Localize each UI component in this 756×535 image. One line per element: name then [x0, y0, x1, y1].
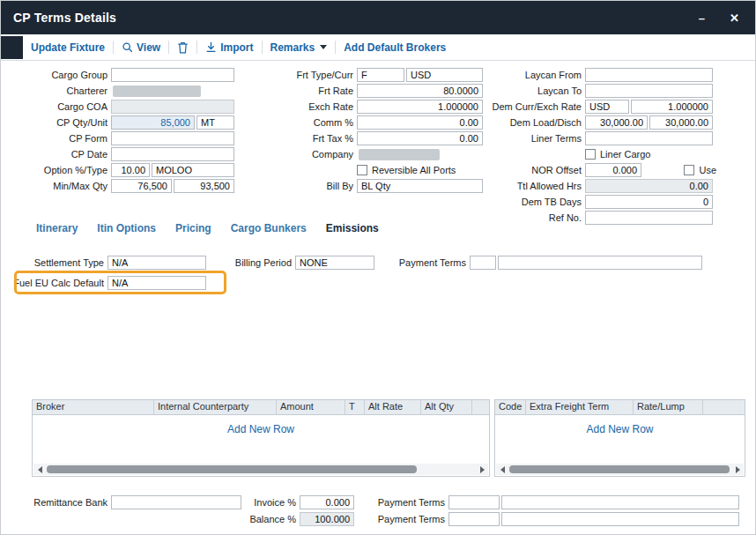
- column-header-alt-qty[interactable]: Alt Qty: [421, 400, 472, 414]
- nor-offset-field[interactable]: 0.000: [585, 163, 641, 177]
- invoice-pct-field[interactable]: 0.000: [300, 495, 354, 509]
- option-pct-field[interactable]: 10.00: [111, 163, 150, 177]
- ttl-allowed-label: Ttl Allowed Hrs: [478, 181, 585, 191]
- company-field-redacted[interactable]: [359, 149, 440, 160]
- tab-pricing[interactable]: Pricing: [175, 222, 211, 234]
- use-label: Use: [699, 165, 716, 175]
- tab-bar: Itinerary Itin Options Pricing Cargo Bun…: [36, 222, 379, 234]
- column-header-internal-counterparty[interactable]: Internal Counterparty: [154, 400, 277, 414]
- liner-terms-field[interactable]: [585, 131, 713, 145]
- minmax-row: Min/Max Qty 76,500 93,500: [8, 178, 234, 194]
- column-header-broker[interactable]: Broker: [33, 400, 154, 414]
- tab-emissions[interactable]: Emissions: [326, 222, 379, 234]
- dem-disch-field[interactable]: 30,000.00: [649, 115, 713, 130]
- brokers-add-new-row-link[interactable]: Add New Row: [33, 423, 489, 435]
- dem-curr-field[interactable]: USD: [585, 100, 629, 114]
- tab-itin-options[interactable]: Itin Options: [97, 222, 156, 234]
- titlebar: CP Terms Details – ✕: [1, 1, 755, 34]
- payment-terms-code-field[interactable]: [470, 256, 496, 270]
- form-column-right: Laycan From Laycan To Dem Curr/Exch Rate…: [478, 67, 716, 226]
- brokers-hscrollbar[interactable]: [33, 464, 488, 475]
- tab-cargo-bunkers[interactable]: Cargo Bunkers: [231, 222, 307, 234]
- column-header-filler: [703, 400, 745, 414]
- frt-type-field[interactable]: F: [357, 68, 404, 82]
- footer-payment-terms-code-field-1[interactable]: [448, 495, 500, 509]
- remittance-bank-label: Remittance Bank: [8, 497, 111, 508]
- remittance-bank-field[interactable]: [111, 495, 241, 509]
- dem-exch-rate-field[interactable]: 1.000000: [631, 100, 713, 114]
- toolbar-separator: [196, 41, 197, 54]
- add-default-brokers-button[interactable]: Add Default Brokers: [344, 41, 446, 54]
- dem-tb-days-field[interactable]: 0: [585, 195, 713, 209]
- option-type-field[interactable]: MOLOO: [152, 163, 234, 177]
- liner-cargo-checkbox[interactable]: [585, 149, 596, 160]
- scrollbar-thumb[interactable]: [47, 465, 417, 473]
- bill-by-field[interactable]: BL Qty: [357, 179, 483, 193]
- scroll-right-arrow[interactable]: [476, 464, 488, 475]
- dem-load-field[interactable]: 30,000.00: [585, 115, 648, 130]
- frt-type-label: Frt Type/Curr: [283, 70, 357, 80]
- payment-terms-desc-field[interactable]: [498, 256, 702, 270]
- cp-date-field[interactable]: [111, 147, 234, 161]
- remarks-dropdown-button[interactable]: Remarks: [271, 41, 328, 54]
- option-label: Option %/Type: [8, 165, 111, 175]
- min-qty-field[interactable]: 76,500: [111, 179, 172, 193]
- cp-form-label: CP Form: [8, 133, 111, 144]
- scroll-left-arrow[interactable]: [33, 464, 46, 475]
- footer-payment-terms-code-field-2[interactable]: [448, 512, 500, 526]
- scroll-right-arrow[interactable]: [731, 464, 744, 475]
- reversible-all-ports-checkbox[interactable]: [357, 165, 367, 175]
- cargo-coa-field[interactable]: [111, 100, 234, 114]
- column-header-amount[interactable]: Amount: [277, 400, 345, 414]
- cargo-group-field[interactable]: [111, 68, 234, 82]
- footer-payment-terms-label-1: Payment Terms: [360, 497, 448, 508]
- scrollbar-thumb[interactable]: [509, 465, 730, 473]
- footer-payment-terms-desc-field-2[interactable]: [501, 512, 739, 526]
- exch-rate-field[interactable]: 1.000000: [357, 100, 483, 114]
- minimize-button[interactable]: –: [699, 12, 705, 24]
- add-default-brokers-label: Add Default Brokers: [344, 41, 446, 54]
- charterer-field-redacted[interactable]: [113, 85, 201, 97]
- cp-qty-label: CP Qty/Unit: [8, 117, 111, 128]
- cp-terms-details-dialog: CP Terms Details – ✕ Update Fixture View…: [0, 0, 756, 535]
- update-fixture-button[interactable]: Update Fixture: [31, 41, 105, 54]
- frt-tax-field[interactable]: 0.00: [357, 131, 483, 145]
- ttl-allowed-row: Ttl Allowed Hrs 0.00: [478, 178, 716, 194]
- charterer-label: Charterer: [8, 85, 111, 96]
- triangle-left-icon: [500, 466, 505, 473]
- cp-unit-field[interactable]: MT: [196, 115, 234, 130]
- frt-curr-field[interactable]: USD: [406, 68, 483, 82]
- column-header-alt-rate[interactable]: Alt Rate: [365, 400, 421, 414]
- footer-payment-terms-desc-field-1[interactable]: [501, 495, 739, 509]
- extra-freight-hscrollbar[interactable]: [496, 464, 744, 475]
- comm-field[interactable]: 0.00: [357, 115, 483, 130]
- column-header-code[interactable]: Code: [495, 400, 526, 414]
- view-button[interactable]: View: [122, 41, 160, 54]
- delete-button[interactable]: [177, 41, 189, 54]
- fuel-eu-calc-default-field[interactable]: N/A: [107, 276, 206, 290]
- extra-freight-add-new-row-link[interactable]: Add New Row: [495, 423, 745, 435]
- cp-qty-field[interactable]: 85,000: [111, 115, 195, 130]
- settlement-type-label: Settlement Type: [1, 257, 107, 268]
- column-header-extra-freight-term[interactable]: Extra Freight Term: [526, 400, 634, 414]
- ttl-allowed-field: 0.00: [585, 179, 713, 193]
- column-header-t[interactable]: T: [345, 400, 365, 414]
- billing-period-field[interactable]: NONE: [295, 256, 374, 270]
- settlement-type-field[interactable]: N/A: [107, 256, 206, 270]
- footer-payment-terms-row-2: Payment Terms: [360, 511, 739, 527]
- use-checkbox[interactable]: [684, 165, 694, 175]
- column-header-rate-lump[interactable]: Rate/Lump: [634, 400, 703, 414]
- brokers-table: Broker Internal Counterparty Amount T Al…: [32, 399, 490, 477]
- import-button[interactable]: Import: [205, 41, 253, 54]
- max-qty-field[interactable]: 93,500: [174, 179, 234, 193]
- laycan-from-field[interactable]: [585, 68, 713, 82]
- frt-rate-field[interactable]: 80.0000: [357, 84, 483, 98]
- cp-form-field[interactable]: [111, 131, 234, 145]
- laycan-to-field[interactable]: [585, 84, 713, 98]
- close-button[interactable]: ✕: [730, 12, 739, 24]
- ref-no-field[interactable]: [585, 211, 713, 225]
- cp-date-row: CP Date: [8, 146, 234, 162]
- cp-date-label: CP Date: [8, 149, 111, 160]
- tab-itinerary[interactable]: Itinerary: [36, 222, 78, 234]
- scroll-left-arrow[interactable]: [496, 464, 508, 475]
